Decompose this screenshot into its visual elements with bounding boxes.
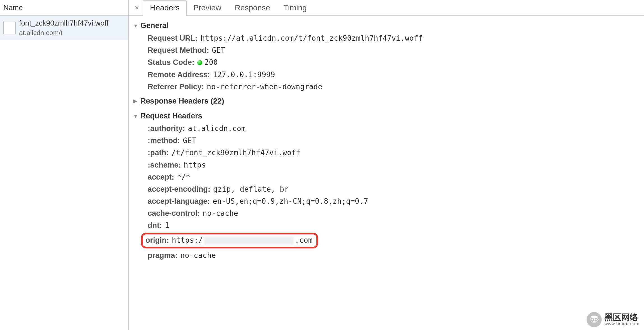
request-headers-rows: :authority at.alicdn.com :method GET :pa… — [133, 123, 644, 262]
section-response-headers-heading[interactable]: Response Headers (22) — [133, 95, 644, 108]
val-accept: */* — [177, 172, 191, 183]
request-list: font_zck90zmlh7hf47vi.woff at.alicdn.com… — [0, 16, 128, 330]
section-response-headers-title: Response Headers (22) — [140, 96, 224, 107]
val-accept-language: en-US,en;q=0.9,zh-CN;q=0.8,zh;q=0.7 — [213, 196, 368, 207]
request-item[interactable]: font_zck90zmlh7hf47vi.woff at.alicdn.com… — [0, 16, 128, 40]
row-referrer-policy: Referrer Policy no-referrer-when-downgra… — [148, 81, 644, 93]
val-method: GET — [183, 136, 196, 146]
row-request-url: Request URL https://at.alicdn.com/t/font… — [148, 32, 644, 44]
key-request-url: Request URL — [148, 33, 198, 44]
row-accept: accept */* — [148, 171, 644, 183]
section-general-heading[interactable]: General — [133, 19, 644, 32]
headers-content: General Request URL https://at.alicdn.co… — [129, 16, 644, 330]
row-request-method: Request Method GET — [148, 44, 644, 56]
tab-timing[interactable]: Timing — [277, 0, 314, 15]
key-path: :path — [148, 147, 169, 158]
row-accept-encoding: accept-encoding gzip, deflate, br — [148, 183, 644, 195]
section-request-headers-title: Request Headers — [140, 111, 202, 122]
val-remote-address: 127.0.0.1:9999 — [213, 70, 275, 80]
watermark-text: 黑区网络 www.heiqu.com — [604, 313, 640, 326]
request-name: font_zck90zmlh7hf47vi.woff — [19, 18, 108, 28]
key-origin: origin — [145, 235, 169, 246]
row-origin: origin https:/.com — [144, 232, 644, 249]
val-dnt: 1 — [165, 220, 169, 231]
key-cache-control: cache-control — [148, 208, 200, 219]
key-request-method: Request Method — [148, 45, 209, 56]
chevron-down-icon — [133, 113, 138, 120]
key-scheme: :scheme — [148, 160, 181, 171]
row-dnt: dnt 1 — [148, 219, 644, 232]
chevron-right-icon — [133, 97, 138, 105]
tab-preview[interactable]: Preview — [187, 0, 228, 15]
key-remote-address: Remote Address — [148, 69, 210, 80]
requests-sidebar: Name font_zck90zmlh7hf47vi.woff at.alicd… — [0, 0, 129, 330]
key-accept-language: accept-language — [148, 196, 210, 207]
row-cache-control: cache-control no-cache — [148, 207, 644, 219]
key-authority: :authority — [148, 123, 185, 134]
tab-headers[interactable]: Headers — [143, 0, 187, 16]
watermark-sub: www.heiqu.com — [604, 322, 640, 326]
row-scheme: :scheme https — [148, 159, 644, 171]
val-authority: at.alicdn.com — [188, 123, 246, 134]
row-authority: :authority at.alicdn.com — [148, 123, 644, 135]
key-referrer-policy: Referrer Policy — [148, 81, 204, 92]
row-remote-address: Remote Address 127.0.0.1:9999 — [148, 69, 644, 81]
tab-response[interactable]: Response — [228, 0, 277, 15]
section-response-headers: Response Headers (22) — [133, 95, 644, 108]
status-dot-icon — [197, 60, 202, 65]
redacted-region — [204, 237, 294, 244]
val-request-url: https://at.alicdn.com/t/font_zck90zmlh7h… — [201, 33, 423, 44]
chevron-down-icon — [133, 22, 138, 29]
key-pragma: pragma — [148, 250, 178, 261]
val-referrer-policy: no-referrer-when-downgrade — [207, 82, 322, 92]
val-path: /t/font_zck90zmlh7hf47vi.woff — [172, 148, 300, 158]
val-cache-control: no-cache — [203, 208, 238, 219]
details-panel: × Headers Preview Response Timing Genera… — [129, 0, 644, 330]
row-path: :path /t/font_zck90zmlh7hf47vi.woff — [148, 147, 644, 159]
sidebar-header-name[interactable]: Name — [0, 0, 128, 16]
request-domain: at.alicdn.com/t — [19, 28, 108, 38]
request-item-text: font_zck90zmlh7hf47vi.woff at.alicdn.com… — [19, 18, 108, 38]
section-general: General Request URL https://at.alicdn.co… — [133, 19, 644, 93]
val-pragma: no-cache — [180, 250, 216, 261]
origin-highlight-box: origin https:/.com — [141, 233, 318, 248]
watermark: 〠 黑区网络 www.heiqu.com — [587, 312, 640, 327]
watermark-title: 黑区网络 — [604, 313, 640, 322]
key-status-code: Status Code — [148, 57, 194, 68]
watermark-logo-icon: 〠 — [587, 312, 602, 327]
general-rows: Request URL https://at.alicdn.com/t/font… — [133, 32, 644, 93]
val-scheme: https — [184, 160, 206, 171]
close-icon[interactable]: × — [131, 3, 143, 12]
key-accept: accept — [148, 172, 174, 183]
tab-bar: × Headers Preview Response Timing — [129, 0, 644, 16]
val-accept-encoding: gzip, deflate, br — [213, 184, 289, 195]
key-dnt: dnt — [148, 220, 162, 231]
section-general-title: General — [140, 20, 169, 31]
file-icon — [3, 22, 16, 34]
key-accept-encoding: accept-encoding — [148, 184, 210, 195]
row-accept-language: accept-language en-US,en;q=0.9,zh-CN;q=0… — [148, 195, 644, 207]
section-request-headers: Request Headers :authority at.alicdn.com… — [133, 109, 644, 262]
row-method: :method GET — [148, 135, 644, 147]
val-status-code: 200 — [197, 57, 218, 68]
row-status-code: Status Code 200 — [148, 56, 644, 68]
val-origin: https:/.com — [172, 235, 312, 246]
key-method: :method — [148, 135, 180, 146]
val-request-method: GET — [212, 45, 225, 56]
section-request-headers-heading[interactable]: Request Headers — [133, 109, 644, 123]
row-pragma: pragma no-cache — [148, 249, 644, 262]
